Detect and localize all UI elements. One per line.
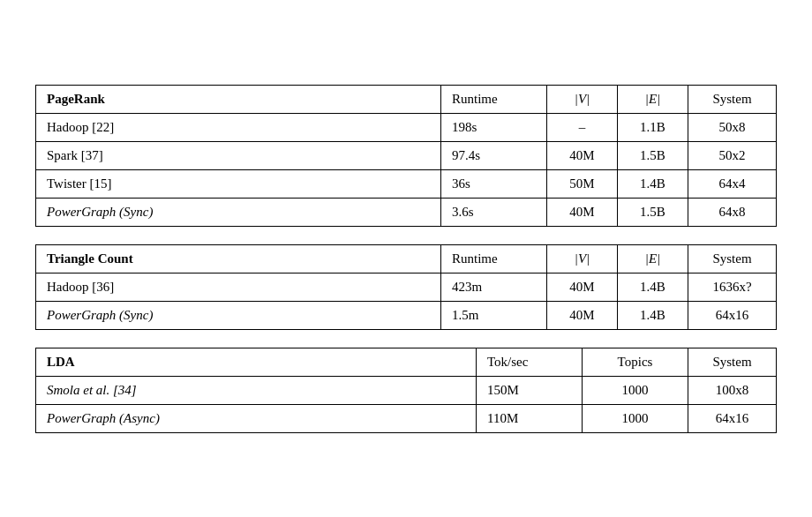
row-label: Spark [37] xyxy=(36,141,441,169)
pagerank-title: PageRank xyxy=(36,85,441,113)
row-e: 1.4B xyxy=(618,301,688,329)
row-runtime: 3.6s xyxy=(441,198,547,226)
row-e: 1.5B xyxy=(618,141,688,169)
row-label: PowerGraph (Sync) xyxy=(36,198,441,226)
row-e: 1.4B xyxy=(618,169,688,198)
row-runtime: 198s xyxy=(441,113,547,141)
lda-col-tokpersec: Tok/sec xyxy=(477,348,583,376)
row-system: 50x2 xyxy=(688,141,777,169)
table-row: Hadoop [22] 198s – 1.1B 50x8 xyxy=(36,113,777,141)
row-v: 40M xyxy=(547,198,618,226)
row-runtime: 423m xyxy=(441,273,547,301)
pagerank-col-system: System xyxy=(688,85,777,113)
table-row: PowerGraph (Async) 110M 1000 64x16 xyxy=(36,404,777,432)
lda-col-system: System xyxy=(688,348,777,376)
row-runtime: 36s xyxy=(441,169,547,198)
row-label: PowerGraph (Sync) xyxy=(36,301,441,329)
triangle-count-col-e: |E| xyxy=(618,244,688,273)
table-row: Twister [15] 36s 50M 1.4B 64x4 xyxy=(36,169,777,198)
triangle-count-title: Triangle Count xyxy=(36,244,441,273)
table-row: PowerGraph (Sync) 3.6s 40M 1.5B 64x8 xyxy=(36,198,777,226)
triangle-count-col-runtime: Runtime xyxy=(441,244,547,273)
row-system: 1636x? xyxy=(688,273,777,301)
row-topics: 1000 xyxy=(583,376,688,404)
pagerank-col-runtime: Runtime xyxy=(441,85,547,113)
row-label: Twister [15] xyxy=(36,169,441,198)
row-system: 64x16 xyxy=(688,404,777,432)
row-runtime: 1.5m xyxy=(441,301,547,329)
row-label: PowerGraph (Async) xyxy=(36,404,477,432)
pagerank-table: PageRank Runtime |V| |E| System Hadoop [… xyxy=(35,85,777,227)
row-system: 64x8 xyxy=(688,198,777,226)
row-tokpersec: 110M xyxy=(477,404,583,432)
tables-container: PageRank Runtime |V| |E| System Hadoop [… xyxy=(35,85,777,433)
triangle-count-col-system: System xyxy=(688,244,777,273)
row-v: 40M xyxy=(547,301,618,329)
row-system: 64x4 xyxy=(688,169,777,198)
row-topics: 1000 xyxy=(583,404,688,432)
pagerank-col-e: |E| xyxy=(618,85,688,113)
row-label: Smola et al. [34] xyxy=(36,376,477,404)
row-v: 50M xyxy=(547,169,618,198)
lda-table: LDA Tok/sec Topics System Smola et al. [… xyxy=(35,348,777,433)
row-v: 40M xyxy=(547,273,618,301)
row-label: Hadoop [36] xyxy=(36,273,441,301)
triangle-count-table: Triangle Count Runtime |V| |E| System Ha… xyxy=(35,244,777,330)
row-v: – xyxy=(547,113,618,141)
triangle-count-header-row: Triangle Count Runtime |V| |E| System xyxy=(36,244,777,273)
row-system: 64x16 xyxy=(688,301,777,329)
row-runtime: 97.4s xyxy=(441,141,547,169)
table-row: Spark [37] 97.4s 40M 1.5B 50x2 xyxy=(36,141,777,169)
lda-header-row: LDA Tok/sec Topics System xyxy=(36,348,777,376)
table-row: Hadoop [36] 423m 40M 1.4B 1636x? xyxy=(36,273,777,301)
pagerank-header-row: PageRank Runtime |V| |E| System xyxy=(36,85,777,113)
row-e: 1.5B xyxy=(618,198,688,226)
row-system: 50x8 xyxy=(688,113,777,141)
row-system: 100x8 xyxy=(688,376,777,404)
lda-title: LDA xyxy=(36,348,477,376)
table-row: PowerGraph (Sync) 1.5m 40M 1.4B 64x16 xyxy=(36,301,777,329)
triangle-count-col-v: |V| xyxy=(547,244,618,273)
table-row: Smola et al. [34] 150M 1000 100x8 xyxy=(36,376,777,404)
row-v: 40M xyxy=(547,141,618,169)
row-e: 1.1B xyxy=(618,113,688,141)
row-label: Hadoop [22] xyxy=(36,113,441,141)
pagerank-col-v: |V| xyxy=(547,85,618,113)
row-e: 1.4B xyxy=(618,273,688,301)
row-tokpersec: 150M xyxy=(477,376,583,404)
lda-col-topics: Topics xyxy=(583,348,688,376)
